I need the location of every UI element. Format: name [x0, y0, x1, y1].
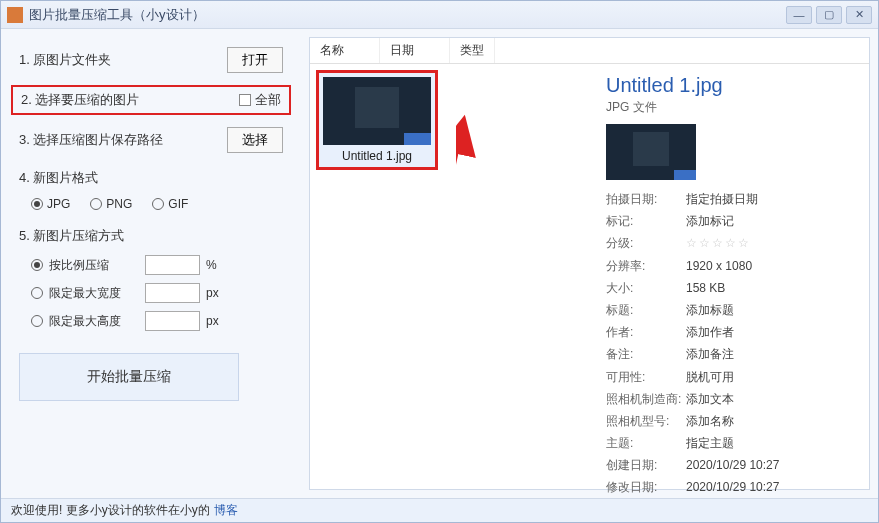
- property-value[interactable]: 2020/10/29 10:27: [686, 478, 779, 497]
- format-gif[interactable]: GIF: [152, 197, 188, 211]
- property-row: 创建日期:2020/10/29 10:27: [606, 456, 853, 475]
- property-value[interactable]: 158 KB: [686, 279, 725, 298]
- method1-unit: %: [206, 258, 217, 272]
- property-row: 备注:添加备注: [606, 345, 853, 364]
- property-value[interactable]: 添加文本: [686, 390, 734, 409]
- property-row: 分辨率:1920 x 1080: [606, 257, 853, 276]
- property-value[interactable]: 脱机可用: [686, 368, 734, 387]
- property-row: 标题:添加标题: [606, 301, 853, 320]
- format-radio-group: JPG PNG GIF: [31, 197, 283, 211]
- method2-unit: px: [206, 286, 219, 300]
- list-header: 名称 日期 类型: [310, 38, 869, 64]
- step3-label: 3. 选择压缩图片保存路径: [19, 131, 227, 149]
- step2-label: 2. 选择要压缩的图片: [21, 91, 235, 109]
- property-label: 分级:: [606, 234, 686, 253]
- property-row: 标记:添加标记: [606, 212, 853, 231]
- property-row: 主题:指定主题: [606, 434, 853, 453]
- method3-row: 限定最大高度 px: [31, 311, 283, 331]
- property-row: 作者:添加作者: [606, 323, 853, 342]
- property-label: 标记:: [606, 212, 686, 231]
- step1-label: 1. 原图片文件夹: [19, 51, 227, 69]
- thumbnails-area: Untitled 1.jpg: [310, 64, 590, 498]
- choose-path-button[interactable]: 选择: [227, 127, 283, 153]
- method1-input[interactable]: [145, 255, 200, 275]
- radio-icon: [31, 198, 43, 210]
- step3-row: 3. 选择压缩图片保存路径 选择: [19, 127, 283, 153]
- step2-highlight: 2. 选择要压缩的图片 全部: [11, 85, 291, 115]
- property-row: 修改日期:2020/10/29 10:27: [606, 478, 853, 497]
- footer-text: 欢迎使用! 更多小y设计的软件在小y的: [11, 502, 210, 519]
- col-name[interactable]: 名称: [310, 38, 380, 63]
- properties-list: 拍摄日期:指定拍摄日期标记:添加标记分级:☆☆☆☆☆分辨率:1920 x 108…: [606, 190, 853, 498]
- property-label: 大小:: [606, 279, 686, 298]
- property-value[interactable]: 2020/10/29 10:27: [686, 456, 779, 475]
- method1-label: 按比例压缩: [49, 257, 139, 274]
- file-browser: 名称 日期 类型 Untitled 1.jpg Untitled 1.jpg J…: [309, 37, 870, 490]
- select-all-label: 全部: [255, 91, 281, 109]
- minimize-button[interactable]: —: [786, 6, 812, 24]
- property-value[interactable]: 添加标题: [686, 301, 734, 320]
- window-controls: — ▢ ✕: [786, 6, 872, 24]
- property-row: 拍摄日期:指定拍摄日期: [606, 190, 853, 209]
- property-value[interactable]: 添加作者: [686, 323, 734, 342]
- radio-icon: [90, 198, 102, 210]
- list-body: Untitled 1.jpg Untitled 1.jpg JPG 文件 拍摄日…: [310, 64, 869, 498]
- method2-row: 限定最大宽度 px: [31, 283, 283, 303]
- method3-input[interactable]: [145, 311, 200, 331]
- property-value[interactable]: 添加名称: [686, 412, 734, 431]
- col-date[interactable]: 日期: [380, 38, 450, 63]
- window-title: 图片批量压缩工具（小y设计）: [29, 6, 786, 24]
- select-all-checkbox[interactable]: [239, 94, 251, 106]
- property-label: 作者:: [606, 323, 686, 342]
- property-value[interactable]: 指定拍摄日期: [686, 190, 758, 209]
- method3-unit: px: [206, 314, 219, 328]
- method2-input[interactable]: [145, 283, 200, 303]
- details-pane: Untitled 1.jpg JPG 文件 拍摄日期:指定拍摄日期标记:添加标记…: [590, 64, 869, 498]
- maximize-button[interactable]: ▢: [816, 6, 842, 24]
- property-value[interactable]: ☆☆☆☆☆: [686, 234, 751, 253]
- radio-icon: [152, 198, 164, 210]
- property-value[interactable]: 指定主题: [686, 434, 734, 453]
- start-compress-button[interactable]: 开始批量压缩: [19, 353, 239, 401]
- blog-link[interactable]: 博客: [214, 502, 238, 519]
- format-png[interactable]: PNG: [90, 197, 132, 211]
- step2-row: 2. 选择要压缩的图片 全部: [21, 91, 281, 109]
- section4-title: 4. 新图片格式: [19, 169, 283, 187]
- titlebar: 图片批量压缩工具（小y设计） — ▢ ✕: [1, 1, 878, 29]
- thumbnail-item[interactable]: Untitled 1.jpg: [316, 70, 438, 170]
- property-row: 分级:☆☆☆☆☆: [606, 234, 853, 253]
- property-label: 分辨率:: [606, 257, 686, 276]
- format-jpg[interactable]: JPG: [31, 197, 70, 211]
- property-label: 主题:: [606, 434, 686, 453]
- details-thumbnail: [606, 124, 696, 180]
- section5-title: 5. 新图片压缩方式: [19, 227, 283, 245]
- step1-row: 1. 原图片文件夹 打开: [19, 47, 283, 73]
- thumbnail-name: Untitled 1.jpg: [323, 149, 431, 163]
- method3-label: 限定最大高度: [49, 313, 139, 330]
- settings-panel: 1. 原图片文件夹 打开 2. 选择要压缩的图片 全部 3. 选择压缩图片保存路…: [1, 29, 301, 498]
- close-button[interactable]: ✕: [846, 6, 872, 24]
- property-label: 可用性:: [606, 368, 686, 387]
- thumbnail-image: [323, 77, 431, 145]
- method2-radio[interactable]: [31, 287, 43, 299]
- property-label: 照相机型号:: [606, 412, 686, 431]
- property-value[interactable]: 添加标记: [686, 212, 734, 231]
- app-window: 图片批量压缩工具（小y设计） — ▢ ✕ 1. 原图片文件夹 打开 2. 选择要…: [0, 0, 879, 523]
- method3-radio[interactable]: [31, 315, 43, 327]
- col-type[interactable]: 类型: [450, 38, 495, 63]
- details-title: Untitled 1.jpg: [606, 74, 853, 97]
- content-area: 1. 原图片文件夹 打开 2. 选择要压缩的图片 全部 3. 选择压缩图片保存路…: [1, 29, 878, 498]
- property-row: 照相机制造商:添加文本: [606, 390, 853, 409]
- property-row: 可用性:脱机可用: [606, 368, 853, 387]
- app-icon: [7, 7, 23, 23]
- property-label: 拍摄日期:: [606, 190, 686, 209]
- property-label: 备注:: [606, 345, 686, 364]
- method1-radio[interactable]: [31, 259, 43, 271]
- property-label: 创建日期:: [606, 456, 686, 475]
- property-value[interactable]: 1920 x 1080: [686, 257, 752, 276]
- property-row: 大小:158 KB: [606, 279, 853, 298]
- property-label: 照相机制造商:: [606, 390, 686, 409]
- open-folder-button[interactable]: 打开: [227, 47, 283, 73]
- details-subtitle: JPG 文件: [606, 99, 853, 116]
- property-value[interactable]: 添加备注: [686, 345, 734, 364]
